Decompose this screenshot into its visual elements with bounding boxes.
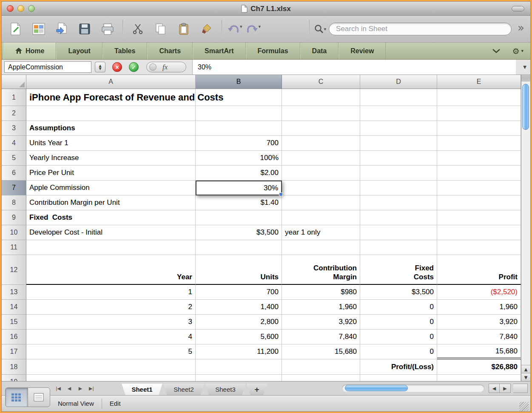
cell-B15[interactable]: 2,800	[196, 315, 282, 330]
formula-input[interactable]: 30%	[192, 60, 516, 75]
save-button[interactable]	[75, 19, 94, 39]
cell-A15[interactable]: 3	[26, 315, 196, 330]
cell-A5[interactable]: Yearly Increase	[26, 151, 196, 166]
scroll-left-button[interactable]: ◀	[489, 384, 500, 393]
cell-C13[interactable]: $980	[282, 285, 360, 300]
tab-smartart[interactable]: SmartArt	[193, 43, 245, 59]
cell-B12[interactable]: Units	[196, 255, 282, 285]
title-bar[interactable]: Ch7 L1.xlsx	[2, 2, 530, 16]
redo-button[interactable]: ▾	[246, 23, 261, 34]
cell-E3[interactable]	[437, 121, 521, 136]
row-header-18[interactable]: 18	[2, 359, 26, 375]
cell-B17[interactable]: 11,200	[196, 344, 282, 359]
row-header-6[interactable]: 6	[2, 166, 26, 181]
cell-E10[interactable]	[437, 225, 521, 240]
row-header-4[interactable]: 4	[2, 136, 26, 151]
tab-data[interactable]: Data	[300, 43, 339, 59]
row-header-1[interactable]: 1	[2, 89, 26, 106]
previous-sheet-button[interactable]: ◀	[65, 384, 74, 393]
vertical-scroll-thumb[interactable]	[522, 84, 529, 130]
tab-layout[interactable]: Layout	[56, 43, 102, 59]
cell-B3[interactable]	[196, 121, 282, 136]
cell-E6[interactable]	[437, 166, 521, 181]
cell-A19[interactable]	[26, 375, 196, 381]
last-sheet-button[interactable]: ▶|	[87, 384, 96, 393]
row-header-5[interactable]: 5	[2, 151, 26, 166]
cell-A6[interactable]: Price Per Unit	[26, 166, 196, 181]
cell-E15[interactable]: 3,920	[437, 315, 521, 330]
cell-B16[interactable]: 5,600	[196, 330, 282, 344]
row-header-16[interactable]: 16	[2, 330, 26, 344]
cell-A14[interactable]: 2	[26, 300, 196, 315]
cell-D19[interactable]	[360, 375, 437, 381]
row-header-3[interactable]: 3	[2, 121, 26, 136]
column-header-D[interactable]: D	[360, 75, 437, 89]
cell-E18[interactable]: $26,880	[437, 359, 521, 375]
cell-A7[interactable]: Apple Commission	[26, 181, 196, 195]
redo-dropdown-icon[interactable]: ▾	[259, 24, 261, 34]
normal-view-button[interactable]	[6, 388, 28, 407]
first-sheet-button[interactable]: |◀	[54, 384, 63, 393]
cell-B9[interactable]	[196, 210, 282, 225]
row-header-2[interactable]: 2	[2, 106, 26, 121]
cell-C11[interactable]	[282, 240, 360, 255]
tab-tables[interactable]: Tables	[102, 43, 148, 59]
cell-A8[interactable]: Contribution Margin per Unit	[26, 195, 196, 210]
cut-button[interactable]	[128, 19, 148, 39]
copy-button[interactable]	[151, 19, 171, 39]
cell-A16[interactable]: 4	[26, 330, 196, 344]
name-box-stepper[interactable]: ▲ ▼	[95, 62, 105, 72]
cell-C6[interactable]	[282, 166, 360, 181]
vertical-scroll-track[interactable]	[521, 81, 530, 365]
undo-button[interactable]: ▾	[227, 23, 242, 34]
workbook-gallery-button[interactable]	[29, 19, 48, 39]
cell-C19[interactable]	[282, 375, 360, 381]
cell-D8[interactable]	[360, 195, 437, 210]
cell-D10[interactable]	[360, 225, 437, 240]
cell-A2[interactable]	[26, 106, 196, 121]
toolbar-overflow-button[interactable]: »	[515, 21, 526, 37]
horizontal-scroll-thumb[interactable]	[345, 385, 408, 391]
row-header-11[interactable]: 11	[2, 240, 26, 255]
cell-A9[interactable]: Fixed Costs	[26, 210, 196, 225]
ribbon-settings-button[interactable]: ⚙ ▾	[512, 46, 523, 56]
row-header-14[interactable]: 14	[2, 300, 26, 315]
cell-D14[interactable]: 0	[360, 300, 437, 315]
select-all-corner[interactable]	[2, 75, 26, 89]
cell-E11[interactable]	[437, 240, 521, 255]
cell-C7[interactable]	[282, 181, 360, 195]
row-header-10[interactable]: 10	[2, 225, 26, 240]
minimize-button[interactable]	[17, 5, 24, 12]
cell-D13[interactable]: $3,500	[360, 285, 437, 300]
paste-button[interactable]	[174, 19, 193, 39]
sheet-tab-sheet2[interactable]: Sheet2	[163, 384, 204, 395]
scroll-down-button[interactable]: ▼	[521, 373, 530, 381]
cell-C17[interactable]: 15,680	[282, 344, 360, 359]
cell-B6[interactable]: $2.00	[196, 166, 282, 181]
resize-grip[interactable]	[519, 402, 529, 411]
tab-charts[interactable]: Charts	[147, 43, 193, 59]
cell-D7[interactable]	[360, 181, 437, 195]
cell-A4[interactable]: Units Year 1	[26, 136, 196, 151]
cell-B18[interactable]	[196, 359, 282, 375]
scrollbar-split-handle[interactable]	[521, 75, 530, 81]
add-sheet-tab[interactable]: +	[247, 384, 267, 395]
close-button[interactable]	[7, 5, 14, 12]
cell-C1[interactable]	[282, 89, 360, 106]
tab-split-handle[interactable]	[513, 384, 528, 393]
cell-D15[interactable]: 0	[360, 315, 437, 330]
tab-formulas[interactable]: Formulas	[246, 43, 300, 59]
cell-E14[interactable]: 1,960	[437, 300, 521, 315]
cell-D11[interactable]	[360, 240, 437, 255]
row-header-9[interactable]: 9	[2, 210, 26, 225]
row-header-12[interactable]: 12	[2, 255, 26, 285]
print-button[interactable]	[98, 19, 117, 39]
cell-E7[interactable]	[437, 181, 521, 195]
tab-review[interactable]: Review	[339, 43, 386, 59]
cell-E4[interactable]	[437, 136, 521, 151]
cell-B13[interactable]: 700	[196, 285, 282, 300]
search-dropdown-icon[interactable]: ▾	[324, 26, 327, 32]
cell-C2[interactable]	[282, 106, 360, 121]
row-header-7[interactable]: 7	[2, 181, 26, 195]
cell-D16[interactable]: 0	[360, 330, 437, 344]
